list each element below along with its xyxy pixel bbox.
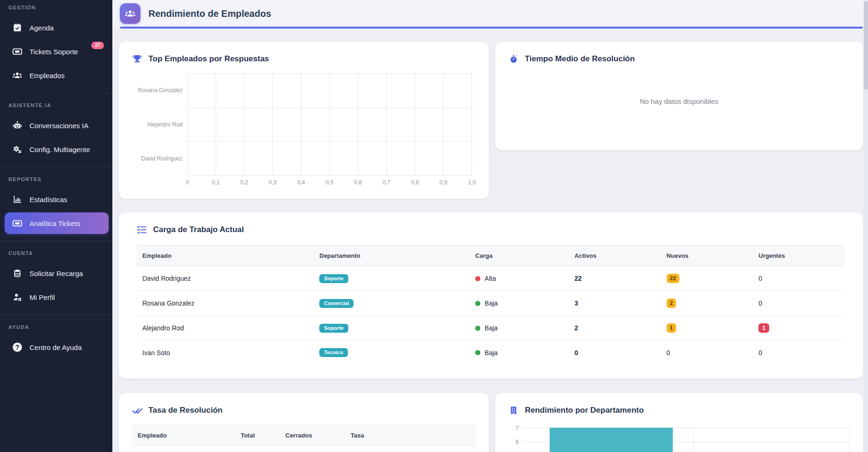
department-badge: Comercial bbox=[319, 299, 353, 308]
carga-dot-baja bbox=[475, 350, 480, 355]
department-badge: Tecnico bbox=[319, 348, 348, 357]
cell-empleado: Alejandro Rod bbox=[137, 316, 314, 341]
gears-icon bbox=[12, 144, 22, 154]
cell-activos: 3 bbox=[569, 291, 661, 316]
sidebar-item-label: Agenda bbox=[29, 24, 54, 32]
card-tiempo-medio: Tiempo Medio de Resolución No hay datos … bbox=[495, 42, 863, 150]
cell-urgentes: 0 bbox=[753, 291, 845, 316]
cell-nuevos: 0 bbox=[661, 341, 753, 365]
section-label-ayuda: AYUDA bbox=[0, 324, 112, 330]
card-title: Carga de Trabajo Actual bbox=[153, 225, 244, 234]
nuevos-badge: 22 bbox=[667, 274, 679, 283]
column-header-urgentes: Urgentes bbox=[753, 246, 845, 266]
cell-empleado: David Rodriguez bbox=[137, 266, 314, 291]
employees-app-icon bbox=[120, 3, 140, 24]
x-tick: 0,8 bbox=[411, 179, 419, 186]
page-header: Rendimiento de Empleados bbox=[112, 0, 868, 29]
x-tick: 0 bbox=[186, 179, 189, 186]
department-chart: 7 6 5 bbox=[508, 428, 850, 452]
sidebar-item-conversaciones-ia[interactable]: Conversaciones IA bbox=[5, 115, 109, 136]
cell-activos: 2 bbox=[569, 316, 661, 341]
card-title: Rendimiento por Departamento bbox=[525, 406, 644, 415]
column-header-carga: Carga bbox=[470, 246, 569, 266]
coins-icon bbox=[12, 268, 22, 278]
carga-label: Alta bbox=[485, 275, 496, 282]
sidebar-item-mi-perfil[interactable]: Mi Perfil bbox=[5, 286, 109, 308]
resolution-table: Empleado Total Cerrados Tasa Rosana Gonz… bbox=[132, 425, 476, 452]
x-tick: 1,0 bbox=[468, 179, 476, 186]
section-label-reportes: REPORTES bbox=[0, 176, 112, 182]
double-check-icon bbox=[132, 405, 142, 416]
department-badge: Soporte bbox=[319, 274, 348, 283]
x-tick: 0,4 bbox=[297, 179, 305, 186]
category-label: Rosana Gonzalez bbox=[132, 87, 183, 93]
card-title: Tiempo Medio de Resolución bbox=[525, 54, 635, 64]
column-header-nuevos: Nuevos bbox=[661, 246, 753, 266]
column-header-activos: Activos bbox=[569, 246, 661, 266]
section-label-cuenta: CUENTA bbox=[0, 250, 112, 256]
sidebar-item-empleados[interactable]: Empleados bbox=[5, 65, 109, 86]
cell-urgentes: 0 bbox=[753, 341, 845, 365]
main-area: Rendimiento de Empleados Top Empleados p… bbox=[112, 0, 868, 452]
gridline bbox=[693, 428, 694, 452]
gridline bbox=[849, 428, 850, 452]
sidebar-divider bbox=[0, 241, 112, 241]
table-row: Alejandro Rod Soporte Baja 2 1 1 bbox=[137, 316, 845, 341]
sidebar-item-label: Conversaciones IA bbox=[29, 122, 88, 130]
x-tick: 0,7 bbox=[383, 179, 390, 186]
chart-plot-area bbox=[187, 73, 472, 175]
ticket-icon bbox=[12, 218, 22, 228]
robot-icon bbox=[12, 120, 22, 131]
bar-chart-icon bbox=[12, 194, 22, 204]
carga-dot-baja bbox=[475, 326, 480, 331]
y-tick: 7 bbox=[508, 425, 519, 431]
building-icon bbox=[508, 405, 519, 416]
nuevos-badge: 2 bbox=[667, 299, 677, 308]
sidebar-item-analitica-tickets[interactable]: Analítica Tickets bbox=[5, 212, 109, 234]
carga-dot-baja bbox=[475, 301, 480, 306]
chart-category-labels: Rosana Gonzalez Alejandro Rod David Rodr… bbox=[132, 73, 187, 175]
card-rendimiento-departamento: Rendimiento por Departamento 7 6 5 bbox=[495, 393, 863, 452]
sidebar-item-tickets-soporte[interactable]: Tickets Soporte 27 bbox=[5, 41, 109, 62]
stopwatch-icon bbox=[508, 54, 519, 64]
column-header-empleado: Empleado bbox=[137, 246, 314, 266]
carga-label: Baja bbox=[485, 299, 498, 307]
sidebar-item-config-multiagente[interactable]: Config. Multiagente bbox=[5, 139, 109, 160]
carga-dot-alta bbox=[475, 276, 480, 281]
card-title: Top Empleados por Respuestas bbox=[148, 54, 269, 64]
department-badge: Soporte bbox=[319, 324, 348, 333]
sidebar-item-label: Mi Perfil bbox=[29, 293, 55, 301]
cell-urgentes: 0 bbox=[753, 266, 845, 291]
ticket-icon bbox=[12, 46, 22, 57]
trophy-icon bbox=[132, 54, 142, 64]
sidebar-divider bbox=[0, 167, 112, 167]
sidebar-item-centro-de-ayuda[interactable]: ? Centro de Ayuda bbox=[5, 336, 109, 358]
sidebar-item-label: Tickets Soporte bbox=[29, 48, 78, 56]
section-label-gestion: GESTIÓN bbox=[0, 5, 112, 10]
column-header-total: Total bbox=[235, 425, 280, 446]
column-header-cerrados: Cerrados bbox=[280, 425, 345, 446]
category-label: Alejandro Rod bbox=[132, 122, 183, 127]
cell-cerrados: 0 bbox=[280, 446, 345, 452]
table-row: Ivan Soto Tecnico Baja 0 0 0 bbox=[137, 341, 845, 365]
scrollbar[interactable] bbox=[864, 0, 868, 452]
page-title: Rendimiento de Empleados bbox=[148, 8, 271, 19]
list-check-icon bbox=[137, 225, 147, 235]
scrollbar-thumb[interactable] bbox=[864, 1, 868, 90]
chart-x-axis: 0 0,1 0,2 0,3 0,4 0,5 0,6 0,7 0,8 0,9 1,… bbox=[187, 179, 472, 187]
workload-table: Empleado Departamento Carga Activos Nuev… bbox=[137, 245, 845, 365]
sidebar-item-label: Analítica Tickets bbox=[29, 219, 80, 227]
cell-empleado: Rosana Gonzalez bbox=[137, 291, 314, 316]
tickets-count-badge: 27 bbox=[91, 42, 104, 49]
urgentes-badge: 1 bbox=[758, 323, 769, 333]
sidebar-item-label: Estadísticas bbox=[29, 196, 67, 204]
sidebar-item-solicitar-recarga[interactable]: Solicitar Recarga bbox=[5, 262, 109, 284]
card-tasa-resolucion: Tasa de Resolución Empleado Total Cerrad… bbox=[119, 393, 489, 452]
user-gear-icon bbox=[12, 292, 22, 302]
x-tick: 0,9 bbox=[440, 179, 448, 186]
column-header-tasa: Tasa bbox=[345, 425, 476, 446]
sidebar-item-agenda[interactable]: Agenda bbox=[5, 17, 109, 38]
column-header-empleado: Empleado bbox=[132, 425, 235, 446]
sidebar-item-estadisticas[interactable]: Estadísticas bbox=[5, 189, 109, 210]
empty-state-text: No hay datos disponibles bbox=[508, 64, 850, 138]
